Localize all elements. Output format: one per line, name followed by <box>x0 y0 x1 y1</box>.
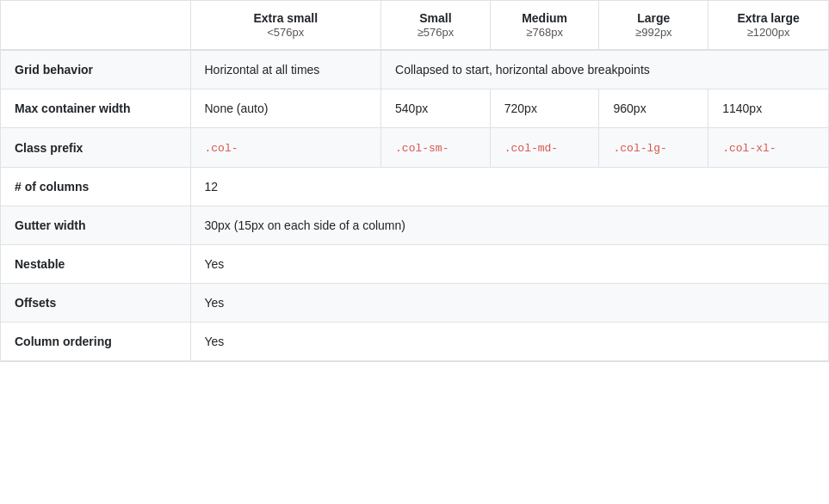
header-empty <box>1 1 190 50</box>
row-grid-behavior: Grid behavior Horizontal at all times Co… <box>1 50 828 89</box>
header-large-label: Large <box>613 11 694 25</box>
table-header-row: Extra small <576px Small ≥576px Medium ≥… <box>1 1 828 50</box>
row-nestable-label: Nestable <box>1 245 190 284</box>
row-gutter-width: Gutter width 30px (15px on each side of … <box>1 206 828 245</box>
header-extra-small-label: Extra small <box>205 11 368 25</box>
row-column-ordering: Column ordering Yes <box>1 323 828 361</box>
header-large: Large ≥992px <box>599 1 708 50</box>
row-gutter-width-label: Gutter width <box>1 206 190 245</box>
row-class-prefix-lg: .col-lg- <box>599 128 708 168</box>
row-max-container-width-label: Max container width <box>1 89 190 128</box>
row-class-prefix-xl: .col-xl- <box>708 128 828 168</box>
row-max-container-width-sm: 540px <box>381 89 491 128</box>
code-col-lg: .col-lg- <box>613 142 666 155</box>
row-class-prefix-label: Class prefix <box>1 128 190 168</box>
row-class-prefix-xs: .col- <box>190 128 381 168</box>
header-medium-sub: ≥768px <box>526 26 563 39</box>
header-medium-label: Medium <box>504 11 585 25</box>
row-grid-behavior-col2: Collapsed to start, horizontal above bre… <box>381 50 828 89</box>
row-offsets: Offsets Yes <box>1 284 828 323</box>
row-gutter-width-value: 30px (15px on each side of a column) <box>190 206 828 245</box>
row-grid-behavior-label: Grid behavior <box>1 50 190 89</box>
row-column-ordering-label: Column ordering <box>1 323 190 361</box>
row-class-prefix: Class prefix .col- .col-sm- .col-md- .co… <box>1 128 828 168</box>
code-col-xl: .col-xl- <box>722 142 776 155</box>
row-column-ordering-value: Yes <box>190 323 828 361</box>
header-small-sub: ≥576px <box>418 26 455 39</box>
header-extra-large: Extra large ≥1200px <box>708 1 828 50</box>
row-nestable: Nestable Yes <box>1 245 828 284</box>
grid-table: Extra small <576px Small ≥576px Medium ≥… <box>0 0 829 362</box>
row-offsets-value: Yes <box>190 284 828 323</box>
row-class-prefix-sm: .col-sm- <box>381 128 491 168</box>
row-offsets-label: Offsets <box>1 284 190 323</box>
row-num-columns: # of columns 12 <box>1 168 828 206</box>
code-col-md: .col-md- <box>504 142 558 155</box>
code-col-sm: .col-sm- <box>395 142 449 155</box>
row-max-container-width-lg: 960px <box>599 89 708 128</box>
row-max-container-width-md: 720px <box>490 89 599 128</box>
header-extra-small: Extra small <576px <box>190 1 381 50</box>
header-medium: Medium ≥768px <box>490 1 599 50</box>
row-nestable-value: Yes <box>190 245 828 284</box>
header-extra-small-sub: <576px <box>267 26 304 39</box>
row-grid-behavior-col1: Horizontal at all times <box>190 50 381 89</box>
header-small: Small ≥576px <box>381 1 491 50</box>
header-extra-large-sub: ≥1200px <box>747 26 790 39</box>
code-col: .col- <box>205 142 238 155</box>
row-num-columns-label: # of columns <box>1 168 190 206</box>
row-max-container-width-xl: 1140px <box>708 89 828 128</box>
header-extra-large-label: Extra large <box>722 11 814 25</box>
row-num-columns-value: 12 <box>190 168 828 206</box>
header-large-sub: ≥992px <box>635 26 672 39</box>
row-max-container-width: Max container width None (auto) 540px 72… <box>1 89 828 128</box>
header-small-label: Small <box>395 11 476 25</box>
row-class-prefix-md: .col-md- <box>490 128 599 168</box>
row-max-container-width-xs: None (auto) <box>190 89 381 128</box>
